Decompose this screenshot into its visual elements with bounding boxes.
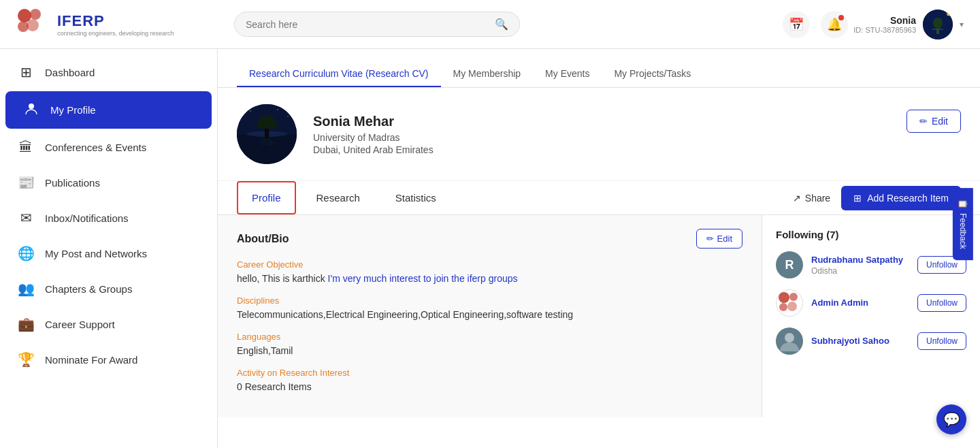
following-avatar-subhrajyoti	[776, 327, 803, 355]
career-icon: 💼	[16, 316, 35, 332]
following-info-rudrabhanu: Rudrabhanu Satpathy Odisha	[811, 255, 909, 276]
disciplines-section: Disciplines Telecommunications,Electrica…	[237, 295, 742, 322]
publications-icon: 📰	[16, 174, 35, 191]
sidebar-item-chapters[interactable]: 👥 Chapters & Groups	[0, 271, 217, 306]
main-layout: ⊞ Dashboard My Profile 🏛 Conferences & E…	[0, 49, 980, 448]
my-post-icon: 🌐	[16, 245, 35, 261]
sub-tab-research[interactable]: Research	[301, 181, 375, 214]
following-info-admin: Admin Admin	[811, 298, 909, 309]
notification-icon-button[interactable]: 🔔	[821, 11, 848, 38]
sidebar-item-publications[interactable]: 📰 Publications	[0, 165, 217, 200]
user-id: ID: STU-38785963	[853, 26, 916, 34]
sub-tab-statistics[interactable]: Statistics	[380, 181, 451, 214]
svg-point-3	[27, 19, 39, 31]
sidebar-item-label-chapters: Chapters & Groups	[45, 283, 132, 295]
sidebar-item-conferences[interactable]: 🏛 Conferences & Events	[0, 130, 217, 165]
svg-point-24	[779, 292, 789, 303]
profile-info: Sonia Mehar University of Madras Dubai, …	[313, 114, 906, 155]
unfollow-button-admin[interactable]: Unfollow	[917, 294, 966, 312]
conferences-icon: 🏛	[16, 140, 35, 155]
profile-icon	[22, 101, 41, 119]
activity-label: Activity on Research Interest	[237, 368, 742, 378]
tab-my-projects[interactable]: My Projects/Tasks	[602, 61, 703, 87]
career-objective-text: hello, This is karthick	[237, 273, 328, 284]
svg-point-22	[277, 109, 278, 110]
about-bio-edit-button[interactable]: ✏ Edit	[696, 229, 742, 249]
tab-my-membership[interactable]: My Membership	[441, 61, 534, 87]
sidebar-item-nominate[interactable]: 🏆 Nominate For Award	[0, 342, 217, 377]
svg-point-17	[257, 121, 266, 129]
chapters-icon: 👥	[16, 281, 35, 297]
following-avatar-admin	[776, 289, 803, 317]
sidebar-item-inbox[interactable]: ✉ Inbox/Notifications	[0, 200, 217, 236]
about-bio-title: About/Bio	[237, 233, 289, 245]
chat-icon: 💬	[943, 411, 960, 428]
profile-location: Dubai, United Arab Emirates	[313, 144, 906, 155]
following-item-subhrajyoti: Subhrajyoti Sahoo Unfollow	[776, 327, 966, 355]
sidebar-item-label-publications: Publications	[45, 177, 100, 189]
sidebar-item-label-dashboard: Dashboard	[45, 67, 95, 78]
content-area: Research Curriculum Vitae (Research CV) …	[218, 49, 980, 448]
sidebar-item-label-my-profile: My Profile	[50, 104, 96, 116]
dashboard-icon: ⊞	[16, 64, 35, 80]
search-icon: 🔍	[495, 18, 508, 31]
unfollow-button-subhrajyoti[interactable]: Unfollow	[917, 332, 966, 350]
tab-my-events[interactable]: My Events	[533, 61, 602, 87]
svg-point-9	[29, 103, 34, 109]
header-icons: 📅 🔔	[783, 11, 848, 38]
svg-point-1	[30, 9, 41, 20]
header: IFERP connecting engineers, developing r…	[0, 0, 980, 49]
svg-point-21	[250, 110, 251, 112]
following-name-rudrabhanu: Rudrabhanu Satpathy	[811, 255, 909, 265]
user-avatar: 👑	[923, 10, 953, 39]
career-objective-highlight: I'm very much interest to join the iferp…	[328, 273, 518, 284]
sidebar-item-label-my-post: My Post and Networks	[45, 248, 147, 259]
sidebar-item-label-inbox: Inbox/Notifications	[45, 212, 129, 224]
share-button[interactable]: ↗ Share	[793, 193, 830, 204]
pencil-icon: ✏	[919, 116, 928, 127]
notification-dot	[838, 15, 844, 20]
profile-avatar	[237, 104, 297, 164]
sidebar-item-label-career: Career Support	[45, 319, 115, 330]
search-bar[interactable]: 🔍	[234, 12, 520, 37]
tab-research-cv[interactable]: Research Curriculum Vitae (Research CV)	[237, 61, 441, 87]
sidebar-item-label-conferences: Conferences & Events	[45, 142, 146, 153]
svg-point-20	[260, 138, 274, 146]
languages-label: Languages	[237, 332, 742, 342]
sidebar-item-career[interactable]: 💼 Career Support	[0, 306, 217, 342]
top-tabs: Research Curriculum Vitae (Research CV) …	[218, 49, 980, 88]
svg-rect-7	[936, 29, 939, 34]
following-title: Following (7)	[776, 229, 966, 240]
languages-section: Languages English,Tamil	[237, 332, 742, 358]
sub-tab-profile[interactable]: Profile	[237, 181, 296, 214]
sidebar-item-my-post[interactable]: 🌐 My Post and Networks	[0, 236, 217, 271]
add-research-item-button[interactable]: ⊞ Add Research Item	[841, 186, 961, 210]
disciplines-label: Disciplines	[237, 295, 742, 306]
svg-point-29	[785, 333, 794, 342]
svg-point-27	[787, 302, 797, 311]
sidebar-item-my-profile[interactable]: My Profile	[5, 91, 212, 129]
profile-name: Sonia Mehar	[313, 114, 906, 129]
svg-point-18	[267, 121, 277, 129]
user-info[interactable]: Sonia ID: STU-38785963 👑 ▾	[853, 10, 964, 39]
following-name-subhrajyoti: Subhrajyoti Sahoo	[811, 336, 909, 346]
following-name-admin: Admin Admin	[811, 298, 909, 308]
svg-point-26	[779, 303, 787, 311]
feedback-tab[interactable]: 📋 Feedback	[953, 188, 973, 260]
crown-badge: 👑	[945, 10, 953, 16]
chat-button[interactable]: 💬	[936, 404, 966, 434]
sub-tabs-right-actions: ↗ Share ⊞ Add Research Item	[793, 186, 961, 210]
career-objective-label: Career Objective	[237, 259, 742, 270]
share-icon: ↗	[793, 193, 801, 204]
sidebar-item-label-nominate: Nominate For Award	[45, 354, 137, 366]
profile-edit-button[interactable]: ✏ Edit	[906, 110, 961, 133]
logo-name: IFERP	[57, 12, 174, 30]
sidebar-item-dashboard[interactable]: ⊞ Dashboard	[0, 54, 217, 90]
svg-point-23	[287, 116, 289, 117]
calendar-icon-button[interactable]: 📅	[783, 11, 810, 38]
sidebar: ⊞ Dashboard My Profile 🏛 Conferences & E…	[0, 49, 218, 448]
inbox-icon: ✉	[16, 210, 35, 226]
search-input[interactable]	[246, 19, 495, 30]
languages-value: English,Tamil	[237, 344, 742, 358]
add-research-icon: ⊞	[853, 193, 862, 204]
